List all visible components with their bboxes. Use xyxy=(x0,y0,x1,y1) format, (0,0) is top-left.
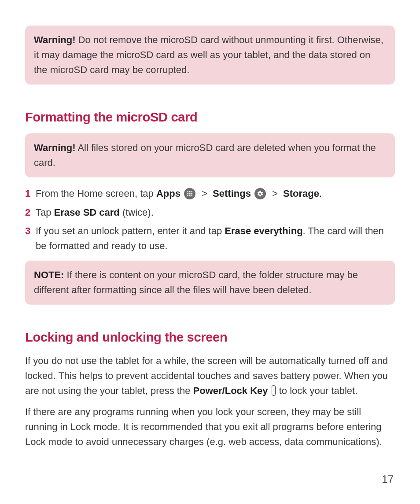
warning-box-format: Warning! All files stored on your microS… xyxy=(25,133,395,177)
settings-label: Settings xyxy=(213,188,251,199)
steps-list: 1 From the Home screen, tap Apps > Setti… xyxy=(25,186,395,253)
warning-text: All files stored on your microSD card ar… xyxy=(34,142,376,168)
step-1: 1 From the Home screen, tap Apps > Setti… xyxy=(25,186,395,201)
step-3: 3 If you set an unlock pattern, enter it… xyxy=(25,224,395,254)
step-number: 1 xyxy=(25,186,36,201)
step-text: If you set an unlock pattern, enter it a… xyxy=(36,224,395,254)
note-label: NOTE: xyxy=(34,269,64,280)
apps-icon xyxy=(184,188,195,199)
step-text: Tap Erase SD card (twice). xyxy=(36,205,395,220)
note-box-format: NOTE: If there is content on your microS… xyxy=(25,261,395,305)
page-number: 17 xyxy=(382,471,394,487)
warning-box-unmount: Warning! Do not remove the microSD card … xyxy=(25,26,395,85)
lock-paragraph-1: If you do not use the tablet for a while… xyxy=(25,353,395,398)
step-number: 2 xyxy=(25,205,36,220)
erase-sd-label: Erase SD card xyxy=(54,207,120,218)
warning-text: Do not remove the microSD card without u… xyxy=(34,34,383,75)
warning-label: Warning! xyxy=(34,34,76,45)
storage-label: Storage xyxy=(283,188,319,199)
apps-label: Apps xyxy=(156,188,181,199)
power-lock-key-icon xyxy=(272,385,276,396)
step-number: 3 xyxy=(25,224,36,239)
erase-everything-label: Erase everything xyxy=(225,225,302,236)
step-2: 2 Tap Erase SD card (twice). xyxy=(25,205,395,220)
settings-icon xyxy=(254,188,266,199)
lock-paragraph-2: If there are any programs running when y… xyxy=(25,405,395,449)
heading-locking: Locking and unlocking the screen xyxy=(25,327,395,347)
heading-formatting: Formatting the microSD card xyxy=(25,107,395,127)
note-text: If there is content on your microSD card… xyxy=(34,269,358,295)
power-lock-key-label: Power/Lock Key xyxy=(193,385,268,396)
warning-label: Warning! xyxy=(34,142,76,153)
step-text: From the Home screen, tap Apps > Setting… xyxy=(36,186,395,201)
